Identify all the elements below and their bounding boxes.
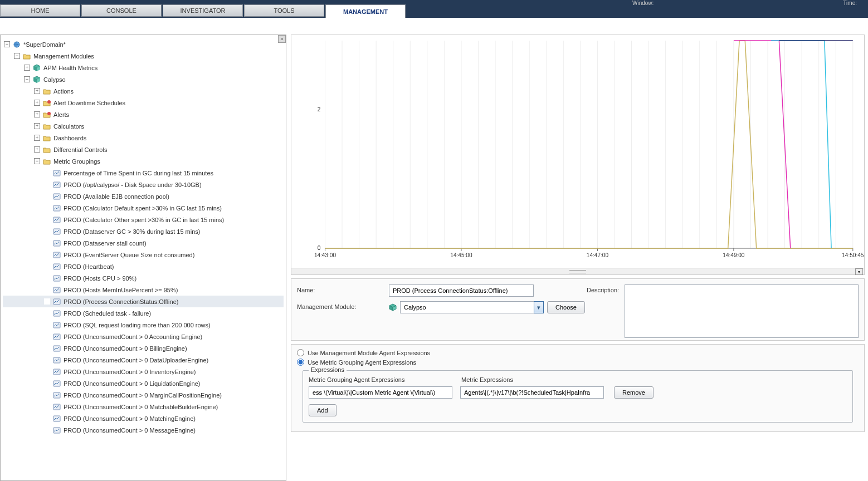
tree-toggle-icon[interactable]: − bbox=[34, 158, 40, 164]
tree-metric-item[interactable]: PROD (Available EJB connection pool) bbox=[3, 190, 284, 202]
tree-toggle-icon bbox=[44, 345, 50, 351]
svg-text:2: 2 bbox=[318, 106, 321, 112]
tree-toggle-icon[interactable]: + bbox=[24, 65, 30, 71]
tree-metric-item[interactable]: PROD (SQL request loading more than 200 … bbox=[3, 319, 284, 331]
module-label: Management Module: bbox=[297, 301, 383, 310]
tree-folder[interactable]: +Dashboards bbox=[3, 132, 284, 144]
folder-icon bbox=[42, 146, 51, 154]
tree-toggle-icon[interactable]: − bbox=[14, 53, 20, 59]
tree-folder[interactable]: +Alerts bbox=[3, 109, 284, 120]
tree-toggle-icon[interactable]: − bbox=[24, 76, 30, 82]
tree-metric-item[interactable]: PROD (Hosts MemInUsePercent >= 95%) bbox=[3, 284, 284, 296]
metric-icon bbox=[52, 169, 61, 177]
tree-panel: « −*SuperDomain*−Management Modules+APM … bbox=[0, 35, 286, 481]
tree-label: PROD (Scheduled task - failure) bbox=[64, 310, 151, 317]
radio-use-module-expr[interactable]: Use Management Module Agent Expressions bbox=[297, 348, 859, 357]
tree-metric-item[interactable]: PROD (Hosts CPU > 90%) bbox=[3, 272, 284, 284]
tab-home[interactable]: HOME bbox=[0, 4, 80, 17]
metric-expression-input[interactable] bbox=[460, 386, 604, 399]
tree-folder[interactable]: +Actions bbox=[3, 85, 284, 97]
svg-rect-12 bbox=[53, 205, 60, 211]
tree-label: PROD (UnconsumedCount > 0 BillingEngine) bbox=[64, 345, 187, 352]
svg-text:14:43:00: 14:43:00 bbox=[314, 252, 337, 258]
tree-management-modules[interactable]: −Management Modules bbox=[3, 50, 284, 62]
svg-point-8 bbox=[47, 112, 51, 115]
tree-folder[interactable]: −Metric Groupings bbox=[3, 155, 284, 167]
tree-metric-item[interactable]: PROD (UnconsumedCount > 0 Accounting Eng… bbox=[3, 331, 284, 342]
choose-button[interactable]: Choose bbox=[547, 301, 585, 313]
remove-expression-button[interactable]: Remove bbox=[614, 386, 654, 399]
tree-toggle-icon[interactable]: + bbox=[34, 135, 40, 141]
tree-metric-item[interactable]: PROD (Heartbeat) bbox=[3, 261, 284, 272]
tree-metric-item[interactable]: PROD (UnconsumedCount > 0 MarginCallPosi… bbox=[3, 389, 284, 401]
tree-label: PROD (UnconsumedCount > 0 MatchingEngine… bbox=[64, 415, 196, 422]
tree-metric-item[interactable]: PROD (UnconsumedCount > 0 BillingEngine) bbox=[3, 342, 284, 354]
tree-label: PROD (/opt/calypso/ - Disk Space under 3… bbox=[64, 181, 202, 188]
tree-label: PROD (UnconsumedCount > 0 LiquidationEng… bbox=[64, 380, 201, 387]
splitter[interactable]: ▾ bbox=[291, 268, 865, 275]
tree-label: PROD (Hosts CPU > 90%) bbox=[64, 275, 136, 282]
tree-toggle-icon bbox=[44, 404, 50, 410]
tree-label: PROD (Dataserver stall count) bbox=[64, 240, 147, 247]
radio-use-metric-expr-input[interactable] bbox=[297, 359, 304, 366]
tree-toggle-icon[interactable]: + bbox=[34, 100, 40, 106]
svg-rect-17 bbox=[53, 264, 60, 269]
metric-chart: 14:43:0014:45:0014:47:0014:49:0014:50:45… bbox=[291, 35, 865, 268]
metric-icon bbox=[52, 321, 61, 329]
module-dropdown-button[interactable]: ▾ bbox=[534, 301, 544, 313]
svg-rect-15 bbox=[53, 240, 60, 246]
description-input[interactable] bbox=[625, 284, 859, 338]
tree-toggle-icon[interactable]: + bbox=[34, 88, 40, 94]
tree-metric-item[interactable]: PROD (Dataserver stall count) bbox=[3, 237, 284, 249]
agent-expression-mode: Use Management Module Agent Expressions … bbox=[291, 344, 865, 432]
collapse-chart-button[interactable]: ▾ bbox=[855, 268, 863, 275]
tree-toggle-icon[interactable]: − bbox=[4, 41, 10, 47]
tree-metric-item[interactable]: PROD (Scheduled task - failure) bbox=[3, 307, 284, 319]
tree-toggle-icon bbox=[44, 170, 50, 176]
tree-metric-item[interactable]: PROD (UnconsumedCount > 0 MatchableBuild… bbox=[3, 401, 284, 413]
tree-metric-item[interactable]: PROD (UnconsumedCount > 0 DataUploaderEn… bbox=[3, 354, 284, 366]
tree-metric-item[interactable]: PROD (UnconsumedCount > 0 InventoryEngin… bbox=[3, 366, 284, 377]
tree-toggle-icon[interactable]: + bbox=[34, 123, 40, 129]
tree-toggle-icon bbox=[44, 380, 50, 386]
tree-metric-item[interactable]: PROD (Calculator Other spent >30% in GC … bbox=[3, 214, 284, 225]
tree-label: PROD (UnconsumedCount > 0 InventoryEngin… bbox=[64, 369, 196, 375]
tree-apm[interactable]: +APM Health Metrics bbox=[3, 62, 284, 73]
tab-investigator[interactable]: INVESTIGATOR bbox=[163, 4, 243, 17]
agent-expression-input[interactable] bbox=[309, 386, 452, 399]
folder-red-icon bbox=[42, 99, 51, 107]
collapse-sidebar-button[interactable]: « bbox=[278, 35, 286, 43]
radio-use-metric-expr[interactable]: Use Metric Grouping Agent Expressions bbox=[297, 357, 859, 367]
tree-metric-item[interactable]: PROD (UnconsumedCount > 0 MatchingEngine… bbox=[3, 413, 284, 424]
tree-folder[interactable]: +Calculators bbox=[3, 120, 284, 132]
tab-console[interactable]: CONSOLE bbox=[81, 4, 162, 17]
tab-management[interactable]: MANAGEMENT bbox=[325, 4, 406, 18]
add-expression-button[interactable]: Add bbox=[309, 404, 337, 416]
tree-metric-item[interactable]: PROD (Dataserver GC > 30% during last 15… bbox=[3, 225, 284, 237]
tree-toggle-icon[interactable]: + bbox=[34, 111, 40, 117]
name-input[interactable] bbox=[389, 284, 534, 297]
tree-metric-item[interactable]: PROD (Calculator Default spent >30% in G… bbox=[3, 202, 284, 214]
svg-text:14:47:00: 14:47:00 bbox=[587, 252, 609, 258]
tree-toggle-icon bbox=[44, 392, 50, 398]
tree-metric-item[interactable]: PROD (Process ConnectionStatus:Offline) bbox=[3, 296, 284, 307]
tree-toggle-icon[interactable]: + bbox=[34, 146, 40, 153]
tree-folder[interactable]: +Differential Controls bbox=[3, 144, 284, 155]
module-combo[interactable] bbox=[400, 301, 534, 313]
tree-toggle-icon bbox=[44, 217, 50, 223]
tree-calypso[interactable]: −Calypso bbox=[3, 73, 284, 85]
tree-root[interactable]: −*SuperDomain* bbox=[3, 38, 284, 50]
tab-tools[interactable]: TOOLS bbox=[244, 4, 324, 17]
tree-metric-item[interactable]: PROD (EventServer Queue Size not consume… bbox=[3, 249, 284, 261]
metric-icon bbox=[52, 403, 61, 411]
tree-metric-item[interactable]: PROD (UnconsumedCount > 0 LiquidationEng… bbox=[3, 377, 284, 389]
folder-icon bbox=[42, 158, 51, 165]
metric-icon bbox=[52, 239, 61, 247]
tree-metric-item[interactable]: PROD (UnconsumedCount > 0 MessageEngine) bbox=[3, 424, 284, 436]
tree-folder[interactable]: +Alert Downtime Schedules bbox=[3, 97, 284, 109]
svg-rect-14 bbox=[53, 229, 60, 234]
tree-metric-item[interactable]: Percentage of Time Spent in GC during la… bbox=[3, 167, 284, 179]
radio-use-module-expr-input[interactable] bbox=[297, 349, 304, 356]
folder-icon bbox=[22, 52, 31, 60]
tree-metric-item[interactable]: PROD (/opt/calypso/ - Disk Space under 3… bbox=[3, 179, 284, 190]
